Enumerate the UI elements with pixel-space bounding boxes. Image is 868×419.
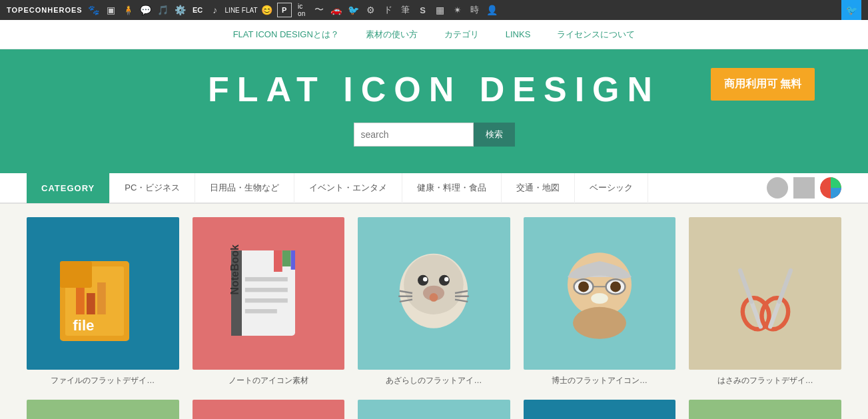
top-bar: TOPECONHEROES 🐾 ▣ 🧍 💬 🎵 ⚙️ EC ♪ LINE FLA… [0,0,868,20]
cat-basic[interactable]: ベーシック [575,173,648,203]
top-bar-left: TOPECONHEROES 🐾 ▣ 🧍 💬 🎵 ⚙️ EC ♪ LINE FLA… [7,3,500,17]
main-nav: FLAT ICON DESIGNとは？ 素材の使い方 カテゴリ LINKS ライ… [0,20,868,49]
cat-event[interactable]: イベント・エンタメ [294,173,402,203]
icon-card-professor[interactable]: 博士のフラットアイコン… [524,217,676,386]
icon-card-building[interactable]: 建物のフラット… [689,400,841,419]
nav-icon-smile[interactable]: 😊 [260,3,274,17]
svg-rect-10 [274,250,282,272]
nav-icon-flat[interactable]: FLAT [242,3,257,17]
nav-icon-6[interactable]: ⚙️ [173,3,188,17]
nav-icon-line[interactable]: LINE [225,3,240,17]
view-square[interactable] [793,177,815,199]
svg-point-33 [573,307,626,339]
icon-thumb-file: file [27,217,179,370]
icon-card-notebook[interactable]: NoteBook ノートのアイコン素材 [193,217,345,386]
nav-icon-spark[interactable]: ✴ [450,3,465,17]
nav-category[interactable]: カテゴリ [444,29,479,41]
svg-point-37 [610,282,621,292]
icon-card-seal[interactable]: あざらしのフラットアイ… [358,217,510,386]
svg-point-23 [444,277,448,281]
hero-cta-button[interactable]: 商用利用可 無料 [711,68,815,101]
search-button[interactable]: 検索 [474,123,515,147]
search-input[interactable] [354,123,474,147]
svg-rect-5 [87,293,95,314]
cat-health[interactable]: 健康・料理・食品 [402,173,502,203]
icon-card-money[interactable]: $ お金袋のフラット… [193,400,345,419]
category-bar: CATEGORY PC・ビジネス 日用品・生物など イベント・エンタメ 健康・料… [0,173,868,204]
svg-rect-6 [97,282,106,314]
cat-transport[interactable]: 交通・地図 [502,173,575,203]
svg-point-38 [591,293,608,304]
svg-rect-4 [76,288,85,314]
cat-view-icons [767,177,841,199]
svg-rect-11 [282,250,291,266]
icon-thumb-building [689,400,841,419]
view-circle[interactable] [767,177,788,199]
icon-thumb-seal [358,217,510,370]
nav-icon-3[interactable]: 🧍 [121,3,136,17]
icon-thumb-scissors [689,217,841,370]
nav-icon-1[interactable]: 🐾 [87,3,101,17]
icon-thumb-money: $ [193,400,345,419]
icon-card-scissors[interactable]: はさみのフラットデザイ… [689,217,841,386]
nav-icon-gear2[interactable]: ⚙ [364,3,378,17]
nav-icon-s[interactable]: S [416,3,430,17]
category-active[interactable]: CATEGORY [27,173,110,203]
icon-grid: file ファイルのフラットデザイ… NoteBook [27,217,841,419]
nav-about[interactable]: FLAT ICON DESIGNとは？ [233,29,339,41]
icon-card-bull[interactable]: 牛のフラットアイコン… [358,400,510,419]
icon-thumb-professor [524,217,676,370]
cat-pc-business[interactable]: PC・ビジネス [110,173,195,203]
icon-thumb-rocket [524,400,676,419]
content-area: file ファイルのフラットデザイ… NoteBook [0,204,868,419]
svg-text:file: file [73,317,94,334]
svg-rect-16 [245,309,277,313]
twitter-button[interactable]: 🐦 [841,0,861,20]
nav-icon-time[interactable]: 時 [468,3,482,17]
nav-icon-ec[interactable]: EC [191,3,205,17]
nav-icon-grid[interactable]: ▦ [433,3,448,17]
nav-icon-do[interactable]: ド [381,3,396,17]
icon-label-file: ファイルのフラットデザイ… [51,375,155,386]
icon-thumb-notebook: NoteBook [193,217,345,370]
svg-rect-13 [245,277,288,281]
icon-label-professor: 博士のフラットアイコン… [552,375,648,386]
nav-icon-4[interactable]: 💬 [139,3,153,17]
cat-daily[interactable]: 日用品・生物など [195,173,294,203]
nav-icon-bird[interactable]: 🐦 [346,3,361,17]
site-logo: TOPECONHEROES [7,6,83,14]
icon-label-seal: あざらしのフラットアイ… [386,375,482,386]
nav-icon-icon[interactable]: icon [294,3,309,17]
icon-label-notebook: ノートのアイコン素材 [228,375,308,386]
icon-label-scissors: はさみのフラットデザイ… [717,375,813,386]
top-icons: 🐾 ▣ 🧍 💬 🎵 ⚙️ EC ♪ LINE FLAT 😊 P icon 〜 🚗… [87,3,500,17]
svg-point-31 [430,293,438,302]
nav-usage[interactable]: 素材の使い方 [366,29,418,41]
nav-icon-5[interactable]: 🎵 [156,3,171,17]
hero-section: 商用利用可 無料 FLAT ICON DESIGN 検索 [0,49,868,173]
svg-text:NoteBook: NoteBook [229,244,240,295]
svg-rect-15 [245,298,288,302]
svg-rect-3 [60,261,92,288]
icon-card-file[interactable]: file ファイルのフラットデザイ… [27,217,179,386]
nav-icon-music[interactable]: ♪ [208,3,222,17]
icon-card-rocket[interactable]: ロケットのフラット… [524,400,676,419]
icon-thumb-hammer [27,400,179,419]
svg-rect-12 [290,250,294,270]
view-pie[interactable] [820,177,841,199]
nav-icon-face[interactable]: 👤 [485,3,500,17]
svg-point-36 [578,282,589,292]
nav-license[interactable]: ライセンスについて [557,29,635,41]
svg-rect-14 [245,288,288,292]
nav-links[interactable]: LINKS [506,29,531,39]
nav-icon-fude[interactable]: 筆 [398,3,413,17]
icon-card-hammer[interactable]: ハンマーのフラット… [27,400,179,419]
nav-icon-wave[interactable]: 〜 [312,3,326,17]
nav-icon-p[interactable]: P [277,3,292,17]
nav-icon-car[interactable]: 🚗 [329,3,344,17]
svg-point-22 [423,277,427,281]
nav-icon-2[interactable]: ▣ [104,3,119,17]
search-bar: 検索 [13,123,855,147]
icon-thumb-bull [358,400,510,419]
svg-point-19 [404,255,464,315]
